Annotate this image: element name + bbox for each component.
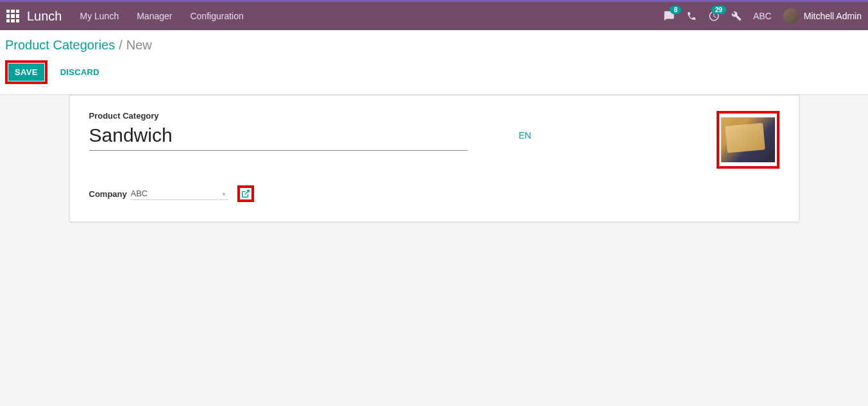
highlight-save: SAVE bbox=[5, 60, 47, 84]
svg-line-0 bbox=[244, 190, 248, 194]
activities-icon[interactable]: 29 bbox=[708, 10, 720, 22]
discard-button[interactable]: DISCARD bbox=[54, 63, 106, 81]
nav-item-configuration[interactable]: Configuration bbox=[190, 11, 243, 21]
company-selector[interactable]: ABC bbox=[753, 11, 772, 21]
breadcrumb-separator: / bbox=[119, 38, 123, 53]
breadcrumb-bar: Product Categories / New bbox=[0, 30, 868, 53]
user-menu[interactable]: Mitchell Admin bbox=[783, 8, 862, 24]
category-image[interactable] bbox=[721, 117, 775, 162]
breadcrumb-current: New bbox=[126, 38, 152, 53]
activities-badge: 29 bbox=[711, 6, 726, 14]
main-navbar: Lunch My Lunch Manager Configuration 8 2… bbox=[0, 2, 868, 30]
tools-icon[interactable] bbox=[731, 11, 742, 21]
messages-badge: 8 bbox=[670, 6, 681, 14]
nav-item-my-lunch[interactable]: My Lunch bbox=[80, 11, 119, 21]
content-area: Product Category EN Company ▼ bbox=[0, 95, 868, 222]
save-button[interactable]: SAVE bbox=[8, 63, 44, 81]
category-input[interactable] bbox=[89, 123, 468, 151]
highlight-external-link bbox=[237, 185, 254, 202]
breadcrumb-parent[interactable]: Product Categories bbox=[5, 38, 115, 53]
external-link-icon[interactable] bbox=[241, 189, 250, 198]
apps-grid-icon[interactable] bbox=[6, 10, 19, 22]
company-row: Company ▼ bbox=[89, 185, 779, 202]
avatar bbox=[783, 8, 799, 24]
nav-item-manager[interactable]: Manager bbox=[137, 11, 172, 21]
highlight-image bbox=[717, 111, 779, 169]
user-name-label: Mitchell Admin bbox=[804, 11, 862, 21]
form-card: Product Category EN Company ▼ bbox=[69, 95, 799, 222]
company-select[interactable] bbox=[131, 187, 228, 200]
nav-right: 8 29 ABC Mitchell Admin bbox=[663, 8, 862, 24]
action-bar: SAVE DISCARD bbox=[0, 53, 868, 95]
nav-menu: My Lunch Manager Configuration bbox=[80, 11, 244, 21]
phone-icon[interactable] bbox=[686, 11, 697, 21]
breadcrumb: Product Categories / New bbox=[5, 38, 863, 53]
messages-icon[interactable]: 8 bbox=[663, 10, 675, 22]
category-field-label: Product Category bbox=[89, 111, 717, 121]
app-title[interactable]: Lunch bbox=[27, 9, 62, 24]
language-indicator[interactable]: EN bbox=[519, 130, 531, 140]
company-field-label: Company bbox=[89, 189, 124, 199]
